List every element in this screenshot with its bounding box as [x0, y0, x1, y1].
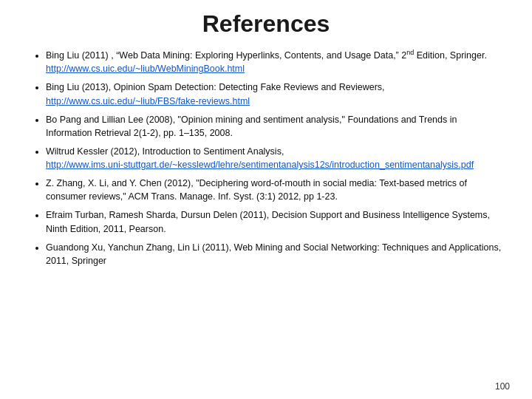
list-item: Efraim Turban, Ramesh Sharda, Dursun Del…: [46, 208, 502, 235]
list-item: Bo Pang and Lillian Lee (2008), "Opinion…: [46, 113, 502, 140]
list-item: Bing Liu (2011) , “Web Data Mining: Expl…: [46, 48, 502, 75]
list-item: Z. Zhang, X. Li, and Y. Chen (2012), "De…: [46, 177, 502, 203]
list-item: Bing Liu (2013), Opinion Spam Detection:…: [46, 81, 502, 107]
reference-link-4[interactable]: http://www.ims.uni-stuttgart.de/~kesslew…: [46, 160, 474, 170]
references-list: Bing Liu (2011) , “Web Data Mining: Expl…: [30, 48, 502, 267]
page-number: 100: [495, 381, 510, 392]
slide-page: References Bing Liu (2011) , “Web Data M…: [0, 0, 532, 399]
list-item: Wiltrud Kessler (2012), Introduction to …: [46, 145, 502, 171]
reference-link-2[interactable]: http://www.cs.uic.edu/~liub/FBS/fake-rev…: [46, 96, 250, 106]
slide-title: References: [30, 7, 502, 38]
list-item: Guandong Xu, Yanchun Zhang, Lin Li (2011…: [46, 241, 502, 267]
reference-link-1[interactable]: http://www.cs.uic.edu/~liub/WebMiningBoo…: [46, 64, 245, 74]
